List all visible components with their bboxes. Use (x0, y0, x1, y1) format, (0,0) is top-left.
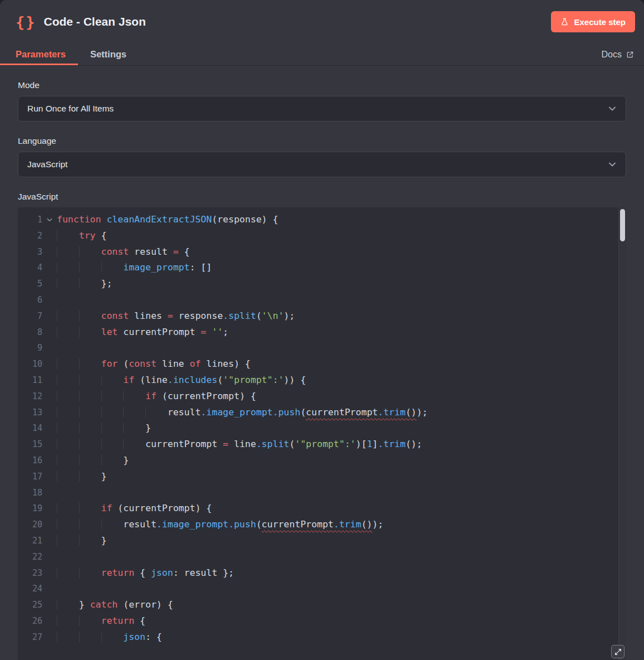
fold-gutter-spacer (42, 613, 57, 629)
fold-gutter-spacer (42, 420, 57, 436)
line-number: 5 (18, 276, 42, 292)
fold-gutter-spacer (42, 501, 57, 517)
fold-gutter-spacer (42, 453, 57, 469)
code-line[interactable]: 14 } (18, 420, 626, 436)
code-line[interactable]: 1function cleanAndExtractJSON(response) … (18, 212, 626, 228)
language-value: JavaScript (27, 159, 67, 169)
parameters-form: Mode Run Once for All Items Language Jav… (0, 66, 644, 660)
line-number: 2 (18, 228, 42, 244)
code-editor[interactable]: 1function cleanAndExtractJSON(response) … (18, 207, 626, 660)
external-link-icon (626, 51, 634, 59)
header: {} Code - Clean Json Execute step (0, 0, 644, 43)
fold-gutter-spacer (42, 485, 57, 501)
execute-step-button[interactable]: Execute step (551, 11, 635, 32)
code-line[interactable]: 7 const lines = response.split('\n'); (18, 308, 626, 324)
fold-gutter-spacer (42, 405, 57, 421)
code-line[interactable]: 10 for (const line of lines) { (18, 356, 626, 372)
code-line[interactable]: 24 (18, 581, 626, 597)
tab-parameters[interactable]: Parameters (0, 43, 78, 65)
fold-gutter-spacer (42, 356, 57, 372)
fold-toggle-icon[interactable] (42, 212, 57, 228)
scrollbar-thumb[interactable] (620, 209, 625, 241)
fold-gutter-spacer (42, 389, 57, 405)
code-line[interactable]: 3 const result = { (18, 244, 626, 260)
fold-gutter-spacer (42, 308, 57, 324)
expand-editor-button[interactable] (611, 645, 625, 658)
code-line[interactable]: 11 if (line.includes('"prompt":')) { (18, 372, 626, 389)
code-text: for (const line of lines) { (57, 356, 251, 372)
line-number: 8 (18, 324, 42, 341)
code-text: image_prompt: [] (57, 260, 212, 276)
line-number: 10 (18, 356, 42, 372)
code-text: if (line.includes('"prompt":')) { (57, 372, 306, 389)
code-text: } catch (error) { (57, 597, 173, 613)
code-line[interactable]: 26 return { (18, 613, 626, 629)
node-settings-panel: {} Code - Clean Json Execute step Parame… (0, 0, 644, 660)
code-text: if (currentPrompt) { (57, 501, 212, 517)
docs-label: Docs (602, 50, 622, 60)
code-line[interactable]: 12 if (currentPrompt) { (18, 389, 626, 405)
line-number: 1 (18, 212, 42, 228)
tab-bar: Parameters Settings Docs (0, 43, 644, 66)
code-line[interactable]: 17 } (18, 469, 626, 485)
code-line[interactable]: 18 (18, 485, 626, 501)
mode-label: Mode (18, 80, 626, 90)
line-number: 26 (18, 613, 42, 629)
fold-gutter-spacer (42, 581, 57, 597)
line-number: 20 (18, 517, 42, 533)
mode-select[interactable]: Run Once for All Items (18, 96, 626, 122)
code-text: currentPrompt = line.split('"prompt":')[… (57, 436, 422, 453)
language-label: Language (18, 136, 626, 146)
code-line[interactable]: 13 result.image_prompt.push(currentPromp… (18, 405, 626, 421)
line-number: 16 (18, 453, 42, 469)
code-line[interactable]: 21 } (18, 533, 626, 549)
code-text: }; (57, 276, 112, 292)
code-line[interactable]: 9 (18, 340, 626, 356)
line-number: 13 (18, 405, 42, 421)
line-number: 15 (18, 436, 42, 453)
line-number: 17 (18, 469, 42, 485)
tab-settings[interactable]: Settings (78, 43, 139, 65)
node-title: Code - Clean Json (44, 15, 146, 28)
line-number: 6 (18, 292, 42, 308)
fold-gutter-spacer (42, 372, 57, 389)
fold-gutter-spacer (42, 436, 57, 453)
line-number: 11 (18, 372, 42, 389)
docs-link[interactable]: Docs (592, 43, 644, 65)
code-line[interactable]: 5 }; (18, 276, 626, 292)
line-number: 19 (18, 501, 42, 517)
language-select[interactable]: JavaScript (18, 152, 626, 177)
editor-scrollbar[interactable] (618, 207, 626, 660)
line-number: 22 (18, 549, 42, 565)
code-text: } (57, 533, 106, 549)
code-line[interactable]: 25 } catch (error) { (18, 597, 626, 613)
code-line[interactable]: 16 } (18, 453, 626, 469)
code-text: return { json: result }; (57, 565, 234, 581)
code-line[interactable]: 27 json: { (18, 629, 626, 646)
fold-gutter-spacer (42, 340, 57, 356)
code-line[interactable]: 19 if (currentPrompt) { (18, 501, 626, 517)
line-number: 3 (18, 244, 42, 260)
code-text: if (currentPrompt) { (57, 389, 256, 405)
code-line[interactable]: 8 let currentPrompt = ''; (18, 324, 626, 341)
code-node-icon: {} (16, 13, 36, 31)
mode-value: Run Once for All Items (27, 104, 114, 114)
flask-icon (560, 17, 569, 26)
fold-gutter-spacer (42, 469, 57, 485)
line-number: 18 (18, 485, 42, 501)
fold-gutter-spacer (42, 292, 57, 308)
code-field-label: JavaScript (18, 192, 626, 202)
code-line[interactable]: 4 image_prompt: [] (18, 260, 626, 276)
fold-gutter-spacer (42, 244, 57, 260)
fold-gutter-spacer (42, 228, 57, 244)
code-line[interactable]: 20 result.image_prompt.push(currentPromp… (18, 517, 626, 533)
code-line[interactable]: 2 try { (18, 228, 626, 244)
code-line[interactable]: 22 (18, 549, 626, 565)
code-line[interactable]: 6 (18, 292, 626, 308)
code-line[interactable]: 15 currentPrompt = line.split('"prompt":… (18, 436, 626, 453)
execute-step-label: Execute step (574, 17, 626, 27)
line-number: 12 (18, 389, 42, 405)
line-number: 24 (18, 581, 42, 597)
code-line[interactable]: 23 return { json: result }; (18, 565, 626, 581)
code-text: } (57, 453, 129, 469)
